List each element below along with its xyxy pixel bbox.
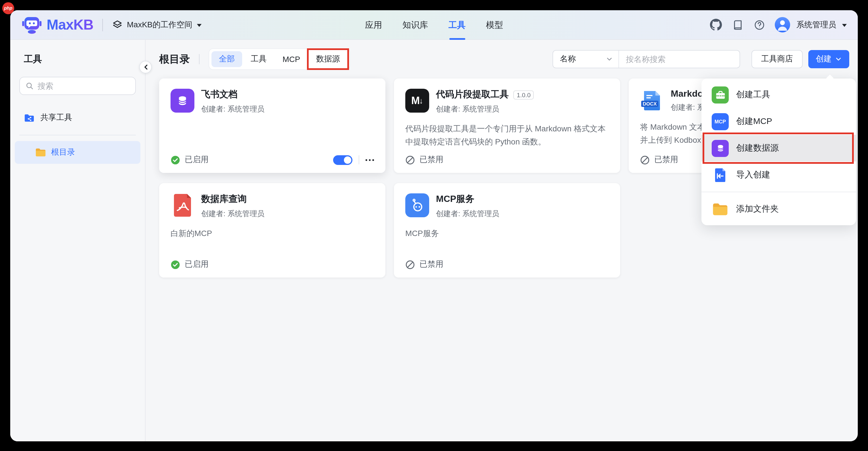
card-footer: 已启用 (170, 155, 374, 165)
user-name[interactable]: 系统管理员 (796, 20, 836, 30)
app-header: MaxKB MaxKB的工作空间 应用 知识库 工具 (10, 10, 858, 40)
footer-divider (359, 155, 359, 164)
search-icon (26, 82, 34, 90)
filter-tab-datasource[interactable]: 数据源 (309, 51, 347, 67)
card-head: MCP服务 创建者: 系统管理员 (405, 193, 609, 219)
workspace-icon (112, 19, 123, 30)
menu-item-create-mcp[interactable]: MCP 创建MCP (702, 108, 856, 135)
database-purple-icon (712, 140, 729, 157)
shared-tools-label: 共享工具 (40, 113, 72, 123)
tool-card-mcp-service[interactable]: MCP服务 创建者: 系统管理员 MCP服务 已禁用 (394, 183, 620, 277)
user-avatar[interactable] (775, 17, 790, 32)
card-title: MCP服务 (436, 193, 474, 205)
sidebar-item-shared-tools[interactable]: 共享工具 (10, 108, 145, 128)
menu-item-label: 创建MCP (736, 116, 772, 127)
disabled-ban-icon (405, 155, 415, 164)
maxkb-logo-icon (22, 16, 42, 34)
database-purple-icon (170, 89, 194, 113)
status-label: 已禁用 (420, 259, 443, 270)
create-dropdown-menu: 创建工具 MCP 创建MCP 创建数据源 (702, 79, 856, 225)
github-icon[interactable] (710, 19, 722, 31)
tool-store-button[interactable]: 工具商店 (751, 50, 803, 68)
enable-toggle[interactable] (333, 155, 352, 164)
toolbox-green-icon (712, 86, 729, 103)
sidebar-title: 工具 (24, 54, 145, 65)
filter-tab-group: 全部 工具 MCP 数据源 (209, 48, 350, 70)
maxkb-logo[interactable]: MaxKB (22, 16, 94, 34)
menu-item-import-create[interactable]: 导入创建 (702, 161, 856, 188)
filter-tab-datasource-label: 数据源 (316, 54, 340, 63)
card-footer: 已禁用 (405, 259, 609, 270)
sidebar-search-input[interactable] (37, 81, 130, 90)
php-annotation-badge: php (2, 2, 14, 14)
menu-item-add-folder[interactable]: 添加文件夹 (702, 196, 856, 222)
create-button-label: 创建 (816, 54, 832, 64)
card-creator: 创建者: 系统管理员 (201, 209, 264, 219)
nav-item-apps[interactable]: 应用 (365, 10, 382, 40)
header-divider (102, 19, 103, 31)
filter-tab-mcp[interactable]: MCP (275, 52, 308, 66)
docs-book-icon[interactable] (732, 19, 744, 31)
status-label: 已禁用 (420, 155, 443, 165)
create-button[interactable]: 创建 (808, 50, 849, 68)
status-label: 已禁用 (654, 155, 678, 165)
header-right: 系统管理员 (710, 17, 847, 32)
tool-card-database-query[interactable]: 数据库查询 创建者: 系统管理员 白新的MCP 已启用 (159, 183, 385, 277)
workspace-caret-icon (196, 22, 203, 28)
search-control-group: 名称 (553, 50, 740, 68)
menu-divider (702, 192, 856, 192)
nav-item-tools-label: 工具 (448, 20, 466, 30)
active-tab-underline (449, 38, 465, 40)
title-divider (199, 54, 199, 64)
app-window: MaxKB MaxKB的工作空间 应用 知识库 工具 (10, 10, 858, 441)
search-field-select[interactable]: 名称 (553, 51, 619, 68)
card-head: 飞书文档 创建者: 系统管理员 (170, 89, 374, 114)
folder-icon (35, 148, 46, 157)
chevron-down-icon (606, 56, 613, 63)
menu-item-label: 创建工具 (736, 89, 770, 100)
robot-blue-icon (405, 193, 429, 217)
screenshot-stage: php (0, 0, 868, 451)
sidebar-divider (19, 135, 136, 136)
tool-card-feishu-docs[interactable]: 飞书文档 创建者: 系统管理员 已启用 (159, 79, 385, 173)
sidebar-collapse-button[interactable] (139, 61, 152, 73)
shared-folder-icon (24, 113, 35, 123)
menu-item-label: 创建数据源 (736, 143, 779, 154)
nav-item-tools[interactable]: 工具 (448, 10, 466, 40)
card-head: 数据库查询 创建者: 系统管理员 (170, 193, 374, 219)
page-title: 根目录 (159, 52, 190, 66)
card-description: 代码片段提取工具是一个专门用于从 Markdown 格式文本中提取特定语言代码块… (405, 122, 609, 148)
user-caret-icon (841, 22, 847, 28)
menu-item-create-tool[interactable]: 创建工具 (702, 81, 856, 108)
disabled-ban-icon (640, 155, 650, 164)
top-nav: 应用 知识库 工具 模型 (365, 10, 503, 40)
search-field-select-value: 名称 (560, 54, 576, 64)
card-footer-right (333, 155, 374, 164)
pdf-red-icon (170, 193, 194, 217)
version-badge: 1.0.0 (513, 90, 534, 99)
sidebar-search-box[interactable] (19, 77, 136, 95)
nav-item-knowledge[interactable]: 知识库 (402, 10, 428, 40)
menu-item-label: 添加文件夹 (736, 204, 779, 214)
more-menu-icon[interactable] (366, 157, 374, 163)
help-icon[interactable] (753, 19, 765, 31)
nav-item-models[interactable]: 模型 (486, 10, 503, 40)
sidebar: 工具 共 (10, 40, 146, 441)
mcp-blue-icon: MCP (712, 113, 729, 130)
folder-yellow-icon (712, 201, 729, 217)
name-search-input[interactable] (619, 51, 740, 68)
sidebar-item-root-folder[interactable]: 根目录 (15, 141, 141, 164)
menu-item-create-datasource[interactable]: 创建数据源 (702, 135, 856, 161)
toolbar: 根目录 全部 工具 MCP 数据源 名称 (146, 40, 858, 79)
filter-tab-tools[interactable]: 工具 (243, 51, 274, 67)
card-title: 飞书文档 (201, 89, 238, 101)
filter-tab-all[interactable]: 全部 (212, 51, 242, 67)
tool-card-code-extractor[interactable]: M↓ 代码片段提取工具 1.0.0 创建者: 系统管理员 代码片段提取工具是一个… (394, 79, 620, 173)
card-description: 白新的MCP (170, 227, 374, 240)
card-creator: 创建者: 系统管理员 (436, 104, 534, 114)
workspace-selector[interactable]: MaxKB的工作空间 (112, 19, 203, 30)
maxkb-logo-text: MaxKB (46, 17, 94, 33)
status-label: 已启用 (185, 155, 209, 165)
status-label: 已启用 (185, 259, 209, 270)
card-title: 数据库查询 (201, 193, 247, 205)
